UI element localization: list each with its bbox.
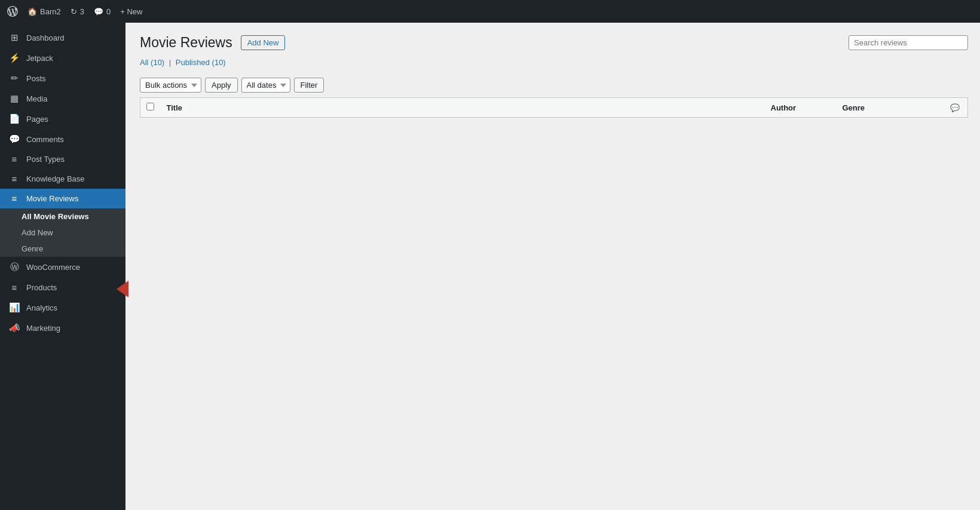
site-name[interactable]: 🏠 Barn2 [27, 7, 61, 16]
home-icon: 🏠 [27, 7, 37, 16]
col-header-checkbox [140, 98, 161, 118]
sidebar-item-label: Pages [26, 115, 48, 124]
layout: ⊞ Dashboard ⚡ Jetpack ✏ Posts ▦ Media 📄 … [0, 23, 980, 510]
posts-icon: ✏ [8, 73, 20, 84]
search-input[interactable] [849, 35, 968, 50]
media-icon: ▦ [8, 93, 20, 104]
all-dates-select[interactable]: All dates [241, 78, 290, 93]
sidebar-item-knowledge-base[interactable]: ≡ Knowledge Base [0, 169, 125, 189]
products-icon: ≡ [8, 282, 20, 293]
sidebar-item-label: Products [26, 283, 57, 292]
filter-published-link[interactable]: Published (10) [176, 58, 226, 67]
page-header: Movie Reviews Add New [140, 35, 968, 51]
col-header-author: Author [765, 98, 837, 118]
sidebar-item-label: Analytics [26, 303, 57, 312]
comments-nav-icon: 💬 [8, 134, 20, 145]
sidebar-submenu: All Movie Reviews Add New Genre [0, 208, 125, 257]
sidebar-item-label: Knowledge Base [26, 174, 85, 183]
sidebar-item-label: Movie Reviews [26, 194, 78, 203]
col-header-comments: 💬 [944, 98, 968, 118]
sidebar-item-label: Post Types [26, 155, 65, 164]
jetpack-icon: ⚡ [8, 53, 20, 63]
sidebar-item-woocommerce[interactable]: Ⓦ WooCommerce [0, 257, 125, 278]
sidebar-item-marketing[interactable]: 📣 Marketing [0, 318, 125, 338]
sidebar: ⊞ Dashboard ⚡ Jetpack ✏ Posts ▦ Media 📄 … [0, 23, 125, 510]
post-types-icon: ≡ [8, 154, 20, 164]
add-new-button[interactable]: Add New [241, 35, 286, 50]
pages-icon: 📄 [8, 113, 20, 124]
comments-item[interactable]: 💬 0 [94, 7, 111, 16]
sidebar-item-label: Posts [26, 74, 46, 83]
sidebar-item-dashboard[interactable]: ⊞ Dashboard [0, 27, 125, 48]
sidebar-item-label: WooCommerce [26, 263, 80, 272]
bulk-actions-select[interactable]: Bulk actions [140, 78, 201, 93]
filter-links: All (10) | Published (10) [140, 58, 968, 67]
main-content: Movie Reviews Add New All (10) | Publish… [125, 23, 980, 510]
sidebar-item-pages[interactable]: 📄 Pages [0, 109, 125, 129]
sidebar-item-label: Jetpack [26, 54, 53, 63]
sidebar-item-label: Media [26, 94, 47, 103]
marketing-icon: 📣 [8, 322, 20, 333]
knowledge-base-icon: ≡ [8, 174, 20, 184]
sidebar-item-movie-reviews[interactable]: ≡ Movie Reviews [0, 189, 125, 208]
sidebar-item-comments[interactable]: 💬 Comments [0, 129, 125, 149]
sidebar-item-label: Marketing [26, 324, 60, 333]
sidebar-sub-item-add-new[interactable]: Add New [0, 225, 125, 241]
sidebar-item-posts[interactable]: ✏ Posts [0, 68, 125, 88]
col-header-genre: Genre [837, 98, 944, 118]
sidebar-item-post-types[interactable]: ≡ Post Types [0, 149, 125, 169]
comments-header-icon: 💬 [950, 103, 960, 112]
toolbar: Bulk actions Apply All dates Filter [140, 73, 968, 97]
reviews-table: Title Author Genre 💬 [140, 97, 968, 118]
new-item[interactable]: + New [120, 7, 142, 16]
sidebar-item-label: Dashboard [26, 33, 65, 42]
sidebar-item-analytics[interactable]: 📊 Analytics [0, 297, 125, 318]
topbar: 🏠 Barn2 ↻ 3 💬 0 + New [0, 0, 980, 23]
sidebar-item-jetpack[interactable]: ⚡ Jetpack [0, 48, 125, 68]
sidebar-item-products[interactable]: ≡ Products [0, 278, 125, 297]
col-header-title[interactable]: Title [161, 98, 765, 118]
apply-button[interactable]: Apply [205, 78, 238, 93]
updates-icon: ↻ [71, 7, 77, 16]
wp-logo[interactable] [7, 6, 18, 17]
sidebar-sub-item-all-movie-reviews[interactable]: All Movie Reviews [0, 208, 125, 225]
sidebar-item-media[interactable]: ▦ Media [0, 88, 125, 109]
updates-item[interactable]: ↻ 3 [71, 7, 84, 16]
woocommerce-icon: Ⓦ [8, 262, 20, 273]
filter-all-link[interactable]: All (10) [140, 58, 167, 67]
comments-icon: 💬 [94, 7, 103, 16]
filter-button[interactable]: Filter [294, 78, 324, 93]
sidebar-sub-item-genre[interactable]: Genre [0, 241, 125, 257]
page-title: Movie Reviews [140, 35, 232, 51]
active-arrow-indicator [117, 281, 128, 297]
analytics-icon: 📊 [8, 302, 20, 313]
movie-reviews-icon: ≡ [8, 193, 20, 204]
dashboard-icon: ⊞ [8, 32, 20, 43]
sidebar-item-label: Comments [26, 135, 64, 144]
select-all-checkbox[interactable] [146, 103, 154, 110]
